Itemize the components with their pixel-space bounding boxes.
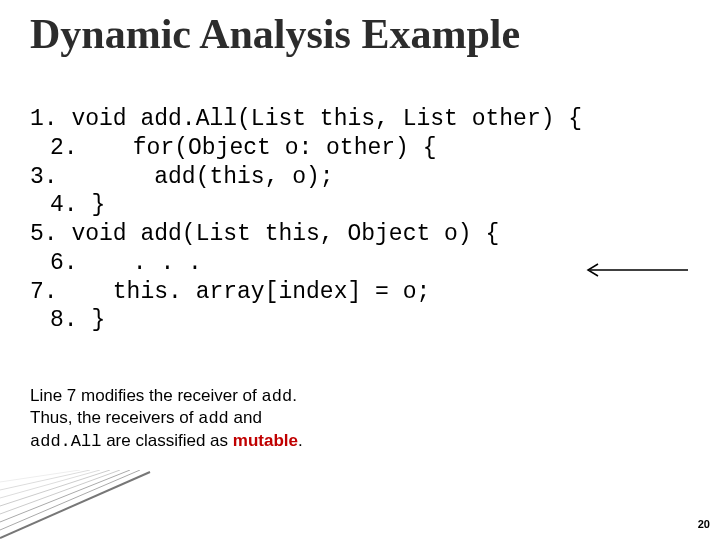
code-line-2: 2. for(Object o: other) { [30, 134, 582, 163]
code-line-8: 8. } [30, 306, 582, 335]
text: are classified as [101, 431, 232, 450]
svg-line-3 [0, 470, 130, 522]
text: and [229, 408, 262, 427]
page-number: 20 [698, 518, 710, 530]
code-block: 1. void add.All(List this, List other) {… [30, 105, 582, 335]
svg-line-8 [0, 470, 80, 482]
text: Line 7 modifies the receiver of [30, 386, 262, 405]
keyword-mutable: mutable [233, 431, 298, 450]
explanation-line-2: Thus, the receivers of add and [30, 407, 303, 429]
code-ref-addall: add.All [30, 432, 101, 451]
text: Thus, the receivers of [30, 408, 198, 427]
arrow-icon [580, 260, 690, 280]
explanation-line-3: add.All are classified as mutable. [30, 430, 303, 452]
svg-line-5 [0, 470, 110, 506]
explanation-line-1: Line 7 modifies the receiver of add. [30, 385, 303, 407]
explanation: Line 7 modifies the receiver of add. Thu… [30, 385, 303, 452]
corner-decoration [0, 470, 160, 540]
code-line-4: 4. } [30, 191, 582, 220]
code-line-6: 6. . . . [30, 249, 582, 278]
code-ref-add: add [198, 409, 229, 428]
slide-title: Dynamic Analysis Example [30, 10, 520, 58]
code-line-5: 5. void add(List this, Object o) { [30, 220, 582, 249]
text: . [292, 386, 297, 405]
code-ref-add: add [262, 387, 293, 406]
code-line-7: 7. this. array[index] = o; [30, 278, 582, 307]
code-line-3: 3. add(this, o); [30, 163, 582, 192]
code-line-1: 1. void add.All(List this, List other) { [30, 105, 582, 134]
text: . [298, 431, 303, 450]
